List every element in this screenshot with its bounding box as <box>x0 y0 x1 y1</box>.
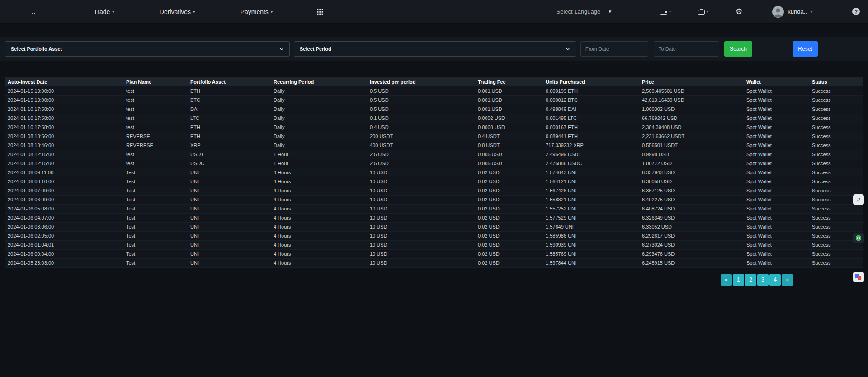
language-caret-icon[interactable]: ▼ <box>608 9 612 14</box>
table-cell: Spot Wallet <box>743 168 809 177</box>
wallet-menu[interactable]: ▾ <box>660 9 671 15</box>
table-cell: 4 Hours <box>270 168 367 177</box>
nav-menu-trade[interactable]: Trade▾ <box>94 8 114 15</box>
table-cell: 2024-01-06 04:07:00 <box>5 213 123 222</box>
column-header[interactable]: Trading Fee <box>475 77 542 86</box>
table-cell: 4 Hours <box>270 186 367 195</box>
table-row[interactable]: 2024-01-06 08:10:00TestUNI4 Hours10 USD0… <box>5 177 863 186</box>
nav-menu-derivatives[interactable]: Derivatives▾ <box>160 8 195 15</box>
table-cell: 4 Hours <box>270 195 367 204</box>
orders-menu[interactable]: ▾ <box>698 9 708 15</box>
table-row[interactable]: 2024-01-10 17:58:00testETHDaily0.4 USD0.… <box>5 123 863 132</box>
chat-widget-icon[interactable]: ↗ <box>853 194 864 205</box>
table-cell: 2024-01-08 13:56:00 <box>5 132 123 141</box>
table-cell: 1.00772 USD <box>639 159 743 168</box>
portfolio-asset-select[interactable]: Select Portfolio Asset <box>5 41 290 57</box>
chevron-down-icon <box>279 47 284 51</box>
table-row[interactable]: 2024-01-15 13:00:00testETHDaily0.5 USD0.… <box>5 86 863 95</box>
table-row[interactable]: 2024-01-05 23:03:00TestUNI4 Hours10 USD0… <box>5 258 863 267</box>
nav-menu-label: Derivatives <box>160 8 191 15</box>
table-cell: Test <box>123 177 187 186</box>
reset-button[interactable]: Reset <box>793 41 818 57</box>
table-cell: 4 Hours <box>270 222 367 231</box>
column-header[interactable]: Status <box>809 77 863 86</box>
table-cell: 0.0008 USD <box>475 123 542 132</box>
table-cell: 6.337943 USD <box>639 168 743 177</box>
table-row[interactable]: 2024-01-10 17:58:00testDAIDaily0.5 USD0.… <box>5 105 863 114</box>
table-cell: Spot Wallet <box>743 177 809 186</box>
table-row[interactable]: 2024-01-06 00:04:00TestUNI4 Hours10 USD0… <box>5 249 863 258</box>
column-header[interactable]: Auto-Invest Date <box>5 77 123 86</box>
period-select[interactable]: Select Period <box>294 41 576 57</box>
table-row[interactable]: 2024-01-06 03:06:00TestUNI4 Hours10 USD0… <box>5 222 863 231</box>
table-row[interactable]: 2024-01-06 02:05:00TestUNI4 Hours10 USD0… <box>5 231 863 240</box>
table-cell: 0.02 USD <box>475 186 542 195</box>
whatsapp-widget-icon[interactable] <box>853 233 864 243</box>
table-cell: 4 Hours <box>270 249 367 258</box>
from-date-input[interactable] <box>580 41 648 57</box>
table-cell: 6.326349 USD <box>639 213 743 222</box>
whatsapp-glyph <box>856 235 861 241</box>
pagination-page-2[interactable]: 2 <box>745 274 756 286</box>
column-header[interactable]: Portfolio Asset <box>187 77 270 86</box>
pagination-page-3[interactable]: 3 <box>757 274 769 286</box>
table-cell: Success <box>809 86 863 95</box>
table-cell: Spot Wallet <box>743 249 809 258</box>
caret-down-icon: ▾ <box>193 10 195 14</box>
table-row[interactable]: 2024-01-06 06:09:00TestUNI4 Hours10 USD0… <box>5 195 863 204</box>
table-row[interactable]: 2024-01-08 13:46:00REVERESEXRPDaily400 U… <box>5 141 863 150</box>
table-cell: 0.001495 LTC <box>542 114 639 123</box>
column-header[interactable]: Plan Name <box>123 77 187 86</box>
table-row[interactable]: 2024-01-10 17:58:00testLTCDaily0.1 USD0.… <box>5 114 863 123</box>
apps-grid-icon[interactable] <box>317 9 323 15</box>
language-selector[interactable]: Select Language <box>557 8 601 15</box>
table-cell: 0.001 USD <box>475 95 542 105</box>
table-row[interactable]: 2024-01-15 13:00:00testBTCDaily0.5 USD0.… <box>5 95 863 105</box>
table-row[interactable]: 2024-01-06 04:07:00TestUNI4 Hours10 USD0… <box>5 213 863 222</box>
table-cell: 1 Hour <box>270 150 367 159</box>
table-row[interactable]: 2024-01-08 12:15:00testUSDT1 Hour2.5 USD… <box>5 150 863 159</box>
table-cell: 0.8 USDT <box>475 141 542 150</box>
search-button[interactable]: Search <box>724 41 752 57</box>
table-row[interactable]: 2024-01-06 05:08:00TestUNI4 Hours10 USD0… <box>5 204 863 213</box>
table-cell: 10 USD <box>367 168 475 177</box>
table-cell: 1.000302 USD <box>639 105 743 114</box>
table-cell: ETH <box>187 86 270 95</box>
table-cell: Success <box>809 132 863 141</box>
app: .. Trade▾Derivatives▾Payments▾ Select La… <box>0 0 868 286</box>
table-cell: UNI <box>187 204 270 213</box>
pagination-next[interactable]: » <box>782 274 793 286</box>
table-cell: Test <box>123 240 187 249</box>
to-date-input[interactable] <box>654 41 719 57</box>
table-row[interactable]: 2024-01-06 01:04:01TestUNI4 Hours10 USD0… <box>5 240 863 249</box>
table-cell: 6.408724 USD <box>639 204 743 213</box>
help-icon[interactable]: ? <box>852 8 860 15</box>
column-header[interactable]: Price <box>639 77 743 86</box>
table-row[interactable]: 2024-01-06 07:09:00TestUNI4 Hours10 USD0… <box>5 186 863 195</box>
logo[interactable]: .. <box>32 8 36 15</box>
column-header[interactable]: Invested per period <box>367 77 475 86</box>
table-cell: Spot Wallet <box>743 114 809 123</box>
apps-grid-glyph <box>317 9 323 15</box>
nav-menu-payments[interactable]: Payments▾ <box>241 8 273 15</box>
table-cell: Test <box>123 213 187 222</box>
table-row[interactable]: 2024-01-06 09:11:00TestUNI4 Hours10 USD0… <box>5 168 863 177</box>
messenger-widget-icon[interactable] <box>853 272 864 282</box>
gear-icon[interactable]: ⚙ <box>736 7 742 16</box>
pagination-prev[interactable]: « <box>721 274 732 286</box>
user-menu[interactable]: kunda.. ▾ <box>772 6 812 18</box>
table-cell: Test <box>123 249 187 258</box>
table-cell: 0.02 USD <box>475 249 542 258</box>
table-row[interactable]: 2024-01-08 12:15:00testUSDC1 Hour2.5 USD… <box>5 159 863 168</box>
table-cell: Spot Wallet <box>743 240 809 249</box>
pagination-page-4[interactable]: 4 <box>769 274 781 286</box>
caret-down-icon: ▾ <box>669 10 671 14</box>
column-header[interactable]: Recurring Period <box>270 77 367 86</box>
table-row[interactable]: 2024-01-08 13:56:00REVERSEETHDaily200 US… <box>5 132 863 141</box>
table-cell: LTC <box>187 114 270 123</box>
table-cell: 10 USD <box>367 186 475 195</box>
table-cell: 200 USDT <box>367 132 475 141</box>
pagination-page-1[interactable]: 1 <box>733 274 744 286</box>
column-header[interactable]: Wallet <box>743 77 809 86</box>
column-header[interactable]: Units Purchased <box>542 77 639 86</box>
